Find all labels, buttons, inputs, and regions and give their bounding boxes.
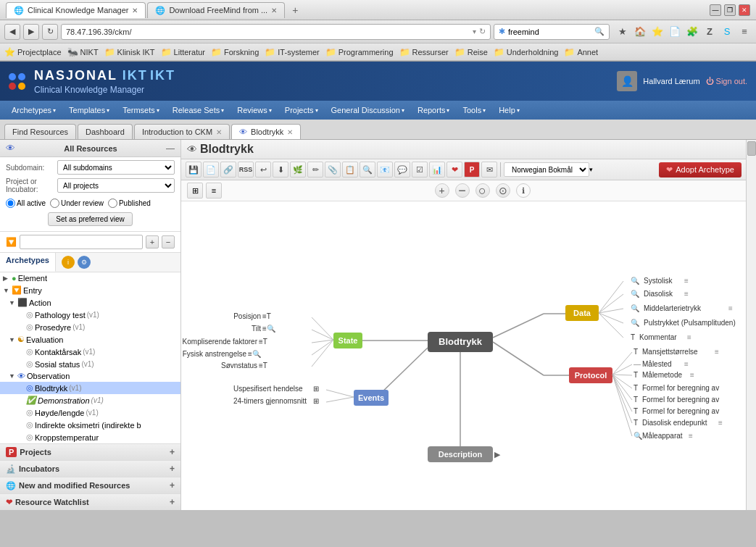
new-modified-header[interactable]: 🌐 New and modified Resources +: [0, 477, 180, 493]
zoom-reset-button[interactable]: ○: [475, 183, 490, 198]
tool-edit[interactable]: ✏: [307, 162, 323, 178]
tree-node-kontaktarsak[interactable]: ◎ Kontaktårsak (v1): [0, 346, 180, 358]
z-icon[interactable]: Z: [702, 25, 717, 39]
tool-mail[interactable]: 📧: [377, 162, 393, 178]
bookmark-icon[interactable]: ★: [615, 25, 630, 39]
radio-published[interactable]: Published: [108, 199, 151, 208]
tree-tab-archetypes[interactable]: Archetypes: [0, 253, 56, 272]
tree-node-hoyde[interactable]: ◎ Høyde/lengde (v1): [0, 406, 180, 419]
tab-intro-ckm[interactable]: Introduction to CKM ✕: [134, 124, 230, 139]
watchlist-header[interactable]: ❤ Resource Watchlist +: [0, 494, 180, 510]
menu-termsets[interactable]: Termsets ▾: [117, 104, 165, 117]
subdomain-select[interactable]: All subdomains: [57, 160, 175, 175]
project-select[interactable]: All projects: [57, 178, 175, 193]
puzzle-icon[interactable]: 🧩: [685, 25, 699, 39]
tool-attach[interactable]: 📎: [325, 162, 341, 178]
tool-rss[interactable]: RSS: [238, 162, 254, 178]
bookmark-it[interactable]: 📁 IT-systemer: [265, 47, 319, 57]
tab-close-ckm[interactable]: ✕: [132, 7, 138, 14]
sign-out-button[interactable]: ⏻ Sign out.: [706, 77, 747, 85]
browser-tab-ckm[interactable]: 🌐 Clinical Knowledge Manager ✕: [6, 2, 146, 18]
tool-chart[interactable]: 📊: [429, 162, 445, 178]
menu-icon[interactable]: ≡: [737, 25, 752, 39]
refresh-icon[interactable]: ↻: [479, 27, 486, 36]
tool-check[interactable]: ☑: [412, 162, 428, 178]
tool-branch[interactable]: 🌿: [290, 162, 306, 178]
bookmark-litteratur[interactable]: 📁 Litteratur: [161, 47, 205, 57]
menu-reports[interactable]: Reports ▾: [412, 104, 456, 117]
tab-close-freemind[interactable]: ✕: [271, 7, 277, 14]
menu-archetypes[interactable]: Archetypes ▾: [6, 104, 62, 117]
tree-node-evaluation[interactable]: ▼ ☯ Evaluation: [0, 333, 180, 346]
tool-download[interactable]: ⬇: [273, 162, 288, 178]
address-bar[interactable]: 78.47.196.39/ckm/ ▾ ↻: [61, 24, 491, 40]
incubators-header[interactable]: 🔬 Incubators +: [0, 461, 180, 477]
bookmark-nikt[interactable]: 🐜 NIKT: [67, 47, 99, 57]
search-add-button[interactable]: +: [146, 235, 159, 249]
page-icon[interactable]: 📄: [668, 25, 682, 39]
tree-node-pathology[interactable]: ◎ Pathology test (v1): [0, 309, 180, 321]
minimize-button[interactable]: —: [710, 4, 721, 16]
bookmark-klinisk[interactable]: 📁 Klinisk IKT: [104, 47, 155, 57]
menu-help[interactable]: Help ▾: [493, 104, 526, 117]
bookmark-projectplace[interactable]: ⭐ Projectplace: [4, 47, 62, 57]
skype-icon[interactable]: S: [720, 25, 734, 39]
info-tab-icon[interactable]: i: [62, 256, 75, 269]
radio-under-review[interactable]: Under review: [50, 199, 104, 208]
menu-release-sets[interactable]: Release Sets ▾: [167, 104, 230, 117]
bookmark-annet[interactable]: 📁 Annet: [564, 47, 598, 57]
home-icon[interactable]: 🏠: [633, 25, 647, 39]
tree-node-entry[interactable]: ▼ 🔽 Entry: [0, 284, 180, 296]
view-grid-button[interactable]: ⊞: [187, 183, 203, 199]
search-icon[interactable]: 🔍: [594, 27, 605, 36]
tree-node-observation[interactable]: ▼ 👁 Observation: [0, 370, 180, 382]
settings-tab-icon[interactable]: ⚙: [78, 256, 91, 269]
tool-save[interactable]: 💾: [186, 162, 202, 178]
tool-search[interactable]: 🔍: [360, 162, 375, 178]
zoom-out-button[interactable]: −: [455, 183, 470, 198]
tree-node-element[interactable]: ▶ ● Element: [0, 272, 180, 284]
tab-intro-ckm-close[interactable]: ✕: [216, 128, 222, 136]
vertical-scrollbar[interactable]: [746, 140, 756, 510]
star-icon[interactable]: ⭐: [650, 25, 665, 39]
tab-blodtrykk-close[interactable]: ✕: [287, 128, 293, 136]
tab-find-resources[interactable]: Find Resources: [4, 124, 76, 139]
bookmark-underholdning[interactable]: 📁 Underholdning: [494, 47, 559, 57]
projects-header[interactable]: P Projects +: [0, 444, 180, 460]
bookmark-ressurser[interactable]: 📁 Ressurser: [399, 47, 449, 57]
browser-tab-freemind[interactable]: 🌐 Download FreeMind from ... ✕: [147, 2, 285, 18]
bookmark-reise[interactable]: 📁 Reise: [454, 47, 488, 57]
tree-node-sosial[interactable]: ◎ Sosial status (v1): [0, 358, 180, 370]
close-button[interactable]: ✕: [739, 4, 750, 16]
tree-node-kropp[interactable]: ◎ Kroppstemperatur: [0, 431, 180, 443]
tool-heart[interactable]: ❤: [446, 162, 462, 178]
menu-templates[interactable]: Templates ▾: [63, 104, 115, 117]
bookmark-forskning[interactable]: 📁 Forskning: [211, 47, 259, 57]
search-remove-button[interactable]: −: [162, 235, 175, 249]
tool-clipboard[interactable]: 📋: [342, 162, 358, 178]
tree-node-indirekte[interactable]: ◎ Indirekte oksimetri (indirekte b: [0, 419, 180, 431]
search-input[interactable]: [20, 235, 143, 249]
adopt-archetype-button[interactable]: ❤ Adopt Archetype: [659, 162, 742, 178]
new-tab-button[interactable]: +: [286, 1, 304, 19]
menu-general-discussion[interactable]: General Discussion ▾: [325, 104, 410, 117]
projects-expand[interactable]: +: [170, 447, 175, 457]
incubators-expand[interactable]: +: [170, 464, 175, 474]
sidebar-collapse-button[interactable]: —: [166, 143, 175, 154]
scrollbar-thumb[interactable]: [747, 141, 756, 156]
search-bar[interactable]: ✱ freemind 🔍: [494, 24, 610, 40]
tool-p[interactable]: P: [464, 162, 480, 178]
bookmark-programmering[interactable]: 📁 Programmering: [325, 47, 394, 57]
back-button[interactable]: ◀: [4, 24, 20, 40]
tree-node-blodtrykk[interactable]: ◎ Blodtrykk (v1): [0, 382, 180, 394]
info-button[interactable]: ℹ: [516, 183, 531, 198]
tool-link[interactable]: 🔗: [220, 162, 236, 178]
tree-node-action[interactable]: ▼ ⬛ Action: [0, 296, 180, 309]
tree-node-prosedyre[interactable]: ◎ Prosedyre (v1): [0, 321, 180, 333]
maximize-button[interactable]: ❐: [724, 4, 736, 16]
radio-all-active[interactable]: All active: [6, 199, 46, 208]
tab-blodtrykk[interactable]: 👁 Blodtrykk ✕: [231, 124, 301, 139]
set-preferred-view-button[interactable]: Set as preferred view: [48, 212, 133, 226]
menu-tools[interactable]: Tools ▾: [457, 104, 491, 117]
language-selector[interactable]: Norwegian Bokmål: [504, 162, 589, 177]
